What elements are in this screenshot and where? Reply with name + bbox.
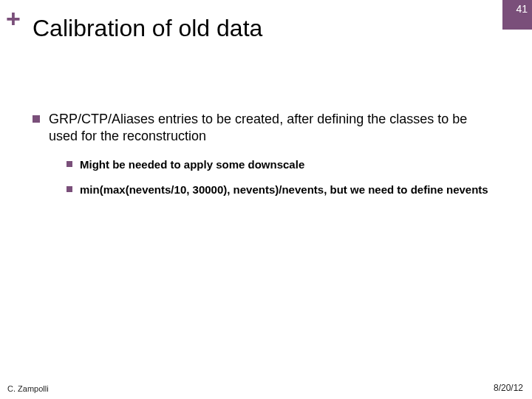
bullet-text: min(max(nevents/10, 30000), nevents)/nev… <box>80 183 488 197</box>
plus-icon: + <box>6 6 21 31</box>
slide: + 41 Calibration of old data GRP/CTP/Ali… <box>0 0 532 399</box>
page-number-badge: 41 <box>502 0 532 30</box>
square-bullet-icon <box>33 115 40 123</box>
bullet-text: GRP/CTP/Aliases entries to be created, a… <box>49 111 499 144</box>
slide-content: GRP/CTP/Aliases entries to be created, a… <box>33 111 499 207</box>
sub-bullets: Might be needed to apply some downscale … <box>66 157 499 197</box>
page-number: 41 <box>516 3 528 15</box>
square-bullet-icon <box>66 186 72 192</box>
footer-date: 8/20/12 <box>494 383 523 393</box>
slide-title: Calibration of old data <box>33 15 262 42</box>
footer-author: C. Zampolli <box>7 384 49 393</box>
bullet-level1: GRP/CTP/Aliases entries to be created, a… <box>33 111 499 144</box>
square-bullet-icon <box>66 161 72 167</box>
bullet-level2: Might be needed to apply some downscale <box>66 157 499 172</box>
bullet-level2: min(max(nevents/10, 30000), nevents)/nev… <box>66 183 499 197</box>
bullet-text: Might be needed to apply some downscale <box>80 157 304 172</box>
